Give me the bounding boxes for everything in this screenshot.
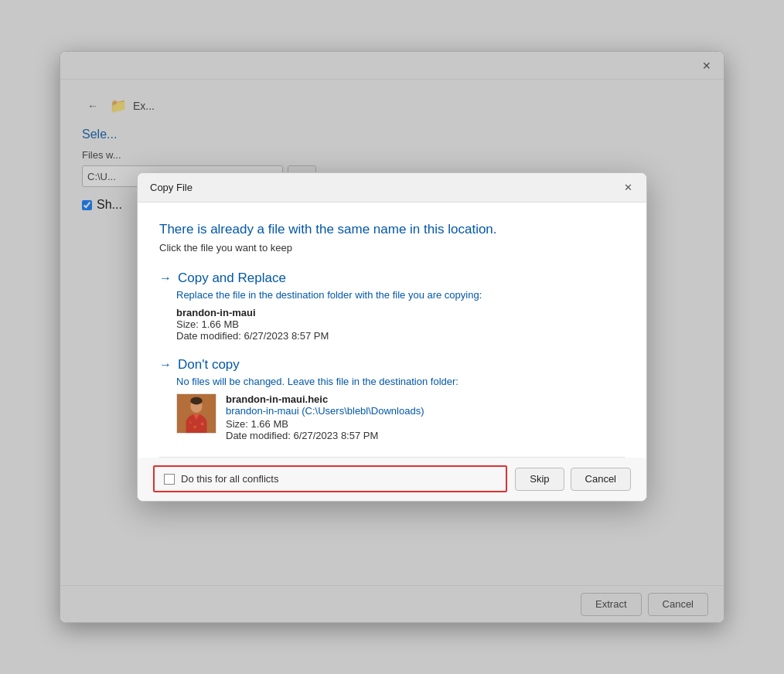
copy-file-dialog: Copy File ✕ There is already a file with…: [137, 172, 647, 501]
dialog-footer: Do this for all conflicts Skip Cancel: [138, 458, 646, 501]
dont-copy-filepath[interactable]: brandon-in-maui (C:\Users\blebl\Download…: [226, 405, 625, 417]
dialog-heading: There is already a file with the same na…: [159, 221, 625, 238]
dont-copy-option[interactable]: → Don't copy No files will be changed. L…: [159, 357, 625, 441]
copy-replace-label: Copy and Replace: [178, 271, 286, 286]
explorer-window: ✕ ← 📁 Ex... Sele... Files w... ... Sh...…: [60, 51, 724, 623]
copy-replace-date: Date modified: 6/27/2023 8:57 PM: [176, 330, 625, 342]
copy-replace-arrow: →: [159, 271, 172, 285]
skip-button[interactable]: Skip: [515, 468, 564, 491]
dialog-body: There is already a file with the same na…: [138, 203, 646, 457]
svg-point-3: [189, 420, 192, 424]
dont-copy-label: Don't copy: [178, 357, 240, 373]
svg-point-4: [201, 422, 204, 425]
dont-copy-title[interactable]: → Don't copy: [159, 357, 625, 373]
dont-copy-file-row: brandon-in-maui.heic brandon-in-maui (C:…: [159, 393, 625, 441]
dialog-close-button[interactable]: ✕: [619, 179, 637, 197]
copy-replace-option[interactable]: → Copy and Replace Replace the file in t…: [159, 271, 625, 342]
copy-replace-desc: Replace the file in the destination fold…: [159, 289, 625, 301]
dont-copy-date: Date modified: 6/27/2023 8:57 PM: [226, 430, 625, 441]
copy-replace-file-info: brandon-in-maui Size: 1.66 MB Date modif…: [159, 307, 625, 342]
dont-copy-desc: No files will be changed. Leave this fil…: [159, 376, 625, 387]
svg-point-6: [190, 397, 202, 404]
copy-replace-filename: brandon-in-maui: [176, 307, 625, 318]
copy-replace-size: Size: 1.66 MB: [176, 318, 625, 330]
file-thumbnail: [176, 393, 216, 434]
dont-copy-size: Size: 1.66 MB: [226, 418, 625, 430]
modal-overlay: Copy File ✕ There is already a file with…: [60, 52, 724, 622]
cancel-button[interactable]: Cancel: [571, 468, 631, 491]
dialog-titlebar: Copy File ✕: [138, 173, 646, 203]
dont-copy-arrow: →: [159, 358, 172, 372]
dialog-subheading: Click the file you want to keep: [159, 242, 625, 254]
all-conflicts-checkbox[interactable]: [164, 474, 175, 485]
svg-point-5: [193, 425, 196, 428]
conflict-checkbox-area: Do this for all conflicts: [153, 465, 507, 492]
all-conflicts-label: Do this for all conflicts: [181, 473, 278, 485]
dialog-title: Copy File: [150, 182, 193, 193]
dont-copy-filename: brandon-in-maui.heic: [226, 393, 625, 405]
dialog-footer-buttons: Skip Cancel: [515, 468, 631, 491]
dont-copy-file-details: brandon-in-maui.heic brandon-in-maui (C:…: [226, 393, 625, 441]
copy-replace-title[interactable]: → Copy and Replace: [159, 271, 625, 286]
